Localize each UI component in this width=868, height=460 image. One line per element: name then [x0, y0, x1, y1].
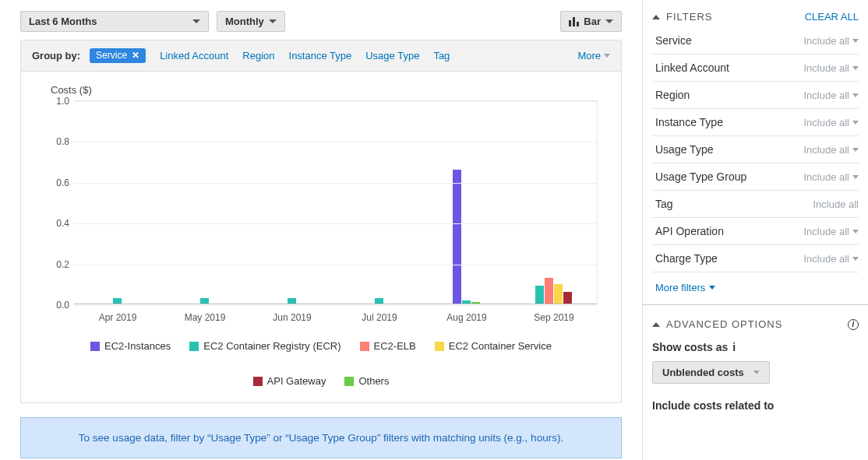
caret-down-icon [269, 19, 277, 23]
legend-label: Others [358, 375, 389, 387]
legend-label: EC2 Container Service [449, 340, 552, 352]
bar[interactable] [554, 284, 563, 304]
legend-item[interactable]: EC2 Container Service [435, 340, 552, 352]
filter-name: API Operation [655, 225, 724, 237]
filter-name: Instance Type [655, 116, 723, 128]
groupby-chip[interactable]: Service ✕ [90, 48, 146, 63]
advanced-header: ADVANCED OPTIONS i [652, 314, 859, 335]
info-banner: To see usage data, filter by “Usage Type… [20, 417, 622, 458]
legend-label: EC2 Container Registry (ECR) [203, 340, 340, 352]
close-icon[interactable]: ✕ [132, 50, 139, 61]
show-costs-value: Unblended costs [662, 367, 744, 378]
groupby-option[interactable]: Usage Type [365, 50, 419, 61]
groupby-label: Group by: [32, 50, 80, 61]
caret-down-icon [604, 54, 610, 58]
filters-title: FILTERS [666, 11, 713, 23]
collapse-icon[interactable] [652, 15, 660, 19]
date-range-value: Last 6 Months [29, 16, 97, 27]
filter-row[interactable]: Usage Type GroupInclude all [652, 163, 859, 191]
filter-name: Tag [655, 198, 673, 210]
filter-name: Linked Account [655, 61, 729, 74]
groupby-option[interactable]: Linked Account [160, 50, 228, 61]
plot-area: 0.00.20.40.60.81.0 [74, 100, 598, 304]
caret-down-icon [709, 286, 715, 290]
legend-label: EC2-Instances [104, 340, 171, 352]
filter-row[interactable]: TagInclude all [652, 191, 859, 218]
filter-row[interactable]: RegionInclude all [652, 82, 859, 109]
caret-down-icon [852, 257, 859, 261]
y-tick: 0.2 [44, 259, 69, 270]
groupby-bar: Group by: Service ✕ Linked AccountRegion… [21, 40, 621, 72]
filter-value: Include all [803, 90, 859, 101]
chart-type-value: Bar [584, 16, 601, 27]
info-icon[interactable]: i [848, 319, 859, 330]
x-tick: Sep 2019 [510, 304, 598, 323]
filter-row[interactable]: Instance TypeInclude all [652, 109, 859, 136]
y-tick: 1.0 [44, 96, 69, 107]
chart-area: Costs ($) 0.00.20.40.60.81.0 Apr 2019May… [21, 72, 621, 402]
advanced-title: ADVANCED OPTIONS [666, 318, 782, 330]
x-tick: Aug 2019 [423, 304, 510, 323]
caret-down-icon [192, 19, 200, 23]
groupby-option[interactable]: Tag [433, 50, 450, 61]
x-tick: Apr 2019 [74, 304, 161, 323]
y-tick: 0.0 [44, 300, 69, 311]
legend-item[interactable]: Others [344, 375, 389, 387]
bar[interactable] [535, 286, 544, 304]
bar[interactable] [453, 170, 461, 304]
bar[interactable] [563, 292, 572, 304]
filter-row[interactable]: ServiceInclude all [652, 27, 859, 54]
show-costs-select[interactable]: Unblended costs [652, 361, 770, 384]
caret-down-icon [852, 93, 859, 97]
filter-row[interactable]: API OperationInclude all [652, 218, 859, 245]
filter-name: Usage Type [655, 143, 713, 156]
chart-card: Group by: Service ✕ Linked AccountRegion… [20, 40, 622, 403]
caret-down-icon [852, 230, 859, 234]
filter-value: Include all [803, 171, 859, 183]
legend-item[interactable]: EC2 Container Registry (ECR) [189, 340, 340, 352]
category-group [335, 101, 422, 304]
caret-down-icon [852, 148, 859, 152]
y-tick: 0.4 [44, 218, 69, 229]
category-group [510, 101, 597, 304]
groupby-more[interactable]: More [577, 50, 610, 61]
groupby-option[interactable]: Instance Type [289, 50, 352, 61]
filter-row[interactable]: Charge TypeInclude all [652, 245, 859, 272]
x-tick: May 2019 [161, 304, 249, 323]
legend-item[interactable]: API Gateway [253, 375, 326, 387]
caret-down-icon [852, 175, 859, 179]
granularity-dropdown[interactable]: Monthly [217, 11, 285, 32]
category-group [74, 101, 161, 304]
legend-swatch [360, 342, 369, 351]
bar-chart-icon [569, 17, 579, 26]
info-icon[interactable]: i [732, 341, 736, 353]
caret-down-icon [852, 121, 859, 125]
legend-label: EC2-ELB [374, 340, 416, 352]
chart-type-dropdown[interactable]: Bar [560, 11, 622, 32]
legend-item[interactable]: EC2-ELB [360, 340, 416, 352]
legend-item[interactable]: EC2-Instances [90, 340, 171, 352]
include-costs-label: Include costs related to [652, 399, 859, 412]
filter-row[interactable]: Linked AccountInclude all [652, 54, 859, 82]
bar[interactable] [545, 278, 553, 304]
groupby-chip-label: Service [96, 50, 127, 61]
caret-down-icon [605, 19, 613, 23]
x-tick: Jul 2019 [336, 304, 423, 323]
x-tick: Jun 2019 [249, 304, 336, 323]
filter-value: Include all [803, 117, 859, 128]
date-range-dropdown[interactable]: Last 6 Months [20, 11, 209, 32]
toolbar: Last 6 Months Monthly Bar [0, 0, 642, 40]
legend-swatch [253, 377, 263, 386]
collapse-icon[interactable] [652, 322, 660, 327]
filter-value: Include all [803, 35, 859, 47]
filter-row[interactable]: Usage TypeInclude all [652, 136, 859, 163]
chart-y-label: Costs ($) [51, 84, 598, 96]
clear-all-link[interactable]: CLEAR ALL [805, 11, 859, 23]
category-group [249, 101, 336, 304]
more-filters-link[interactable]: More filters [652, 272, 859, 303]
groupby-option[interactable]: Region [242, 50, 274, 61]
legend-swatch [344, 377, 354, 386]
filters-panel: FILTERS CLEAR ALL ServiceInclude allLink… [642, 0, 868, 460]
y-tick: 0.6 [44, 177, 69, 188]
legend-label: API Gateway [267, 375, 326, 387]
